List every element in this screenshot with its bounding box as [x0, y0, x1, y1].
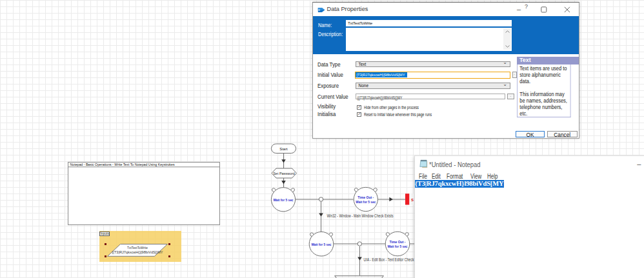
svg-text:TxtTextToWrite: TxtTextToWrite	[127, 246, 148, 250]
svg-text:Wait for 5 sec: Wait for 5 sec	[388, 244, 408, 248]
svg-text:Win32 - Window - Main Window C: Win32 - Window - Main Window Check Exist…	[327, 213, 394, 218]
svg-text:S: S	[411, 198, 414, 202]
svg-text:UIA - Edit Box - Text Editor C: UIA - Edit Box - Text Editor Check	[364, 257, 415, 262]
svg-text:[{T3|RJ7qkxcwH{}]98biVdS[}MY: [{T3|RJ7qkxcwH{}]98biVdS[}MY	[112, 250, 163, 254]
svg-text:Wait for 5 sec: Wait for 5 sec	[356, 200, 376, 204]
svg-text:Set Password: Set Password	[273, 172, 295, 175]
svg-text:Wait for 5 sec: Wait for 5 sec	[274, 198, 294, 202]
svg-text:Time Out -: Time Out -	[357, 195, 374, 199]
svg-text:Notepad - Basic Operations - W: Notepad - Basic Operations - Write Text …	[70, 163, 174, 166]
svg-text:Wait for 5 sec: Wait for 5 sec	[312, 243, 332, 246]
svg-text:Start: Start	[279, 147, 288, 151]
svg-text:Time Out -: Time Out -	[390, 240, 406, 244]
